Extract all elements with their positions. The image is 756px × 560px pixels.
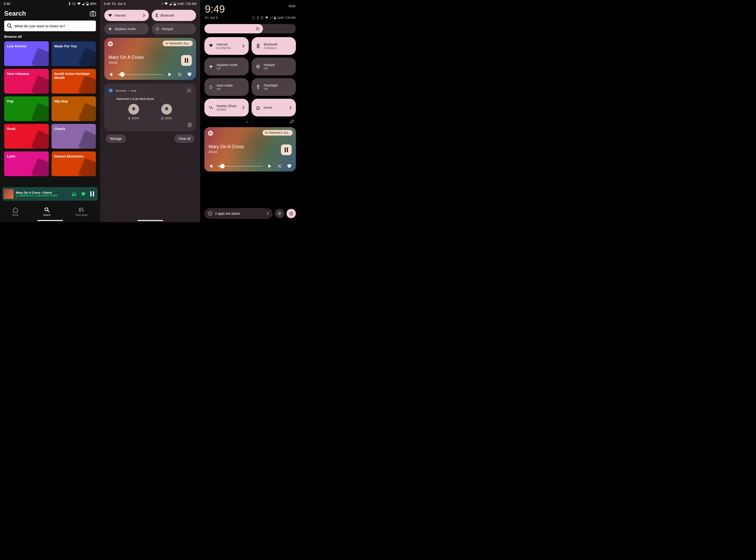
media-notification[interactable]: Namerah's JLa... Mary On A Cross Ghost [104,38,196,80]
previous-icon[interactable] [208,164,213,168]
search-icon [7,23,12,28]
camera-icon[interactable] [90,11,96,16]
category-tile[interactable]: South Asian Heritage Month [52,69,96,94]
earbuds-icon [265,132,268,134]
qs-tile-nearby-share[interactable]: Nearby ShareHidden [204,99,249,116]
svg-point-5 [92,13,94,15]
qs-tile-airplane-mode[interactable]: Airplane modeOff [204,58,249,75]
heart-icon[interactable] [80,191,86,197]
power-button[interactable] [286,209,296,218]
qs-tile-auto-rotate[interactable]: Auto-rotateOff [204,78,249,96]
search-input[interactable]: What do you want to listen to? [4,21,96,31]
previous-icon[interactable] [108,73,113,76]
manage-button[interactable]: Manage [106,134,126,143]
qs-tile-internet[interactable]: InternetILHAM-5G [204,37,249,55]
home-icon [12,207,18,213]
svg-rect-12 [174,4,176,5]
brightness-slider[interactable] [204,24,296,33]
settings-button[interactable] [275,209,284,218]
pause-button[interactable] [181,55,192,66]
next-icon[interactable] [168,73,172,76]
media-notification[interactable]: Namerah's JLa... Mary On A Cross Ghost [204,127,296,172]
clear-all-button[interactable]: Clear all [174,134,195,143]
status-icons: 48% [68,2,96,6]
vibrate-icon [72,2,76,5]
svg-point-14 [156,27,159,31]
snooze-icon[interactable] [187,122,192,127]
category-tile[interactable]: Rock [4,124,49,148]
category-tile[interactable]: Made For You [52,41,96,66]
progress-thumb[interactable] [120,72,125,77]
category-tile[interactable]: Charts [52,124,96,148]
shuffle-icon[interactable] [177,73,182,76]
svg-rect-0 [73,3,75,5]
media-artist: Ghost [108,61,117,64]
svg-point-34 [209,106,210,107]
info-icon [208,212,212,216]
output-device-chip[interactable]: Namerah's JLa... [163,41,193,46]
edit-icon[interactable] [290,119,294,123]
category-tile[interactable]: Latin [4,152,49,176]
home-indicator[interactable] [137,220,163,221]
bluetooth-icon [16,195,18,197]
active-apps-pill[interactable]: 2 apps are active [204,208,273,219]
progress-bar[interactable] [118,74,163,75]
qs-grid: InternetILHAM-5G Bluetooth2 devices Airp… [200,37,300,116]
progress-thumb[interactable] [220,164,225,168]
battery-icon [128,117,130,120]
output-device-chip[interactable]: Namerah's JLa... [262,130,293,136]
right-earbud: 100% [161,104,172,120]
heart-icon[interactable] [287,164,292,168]
left-earbud: 100% [128,104,139,120]
chevron-right-icon [266,212,269,215]
svg-rect-4 [90,12,96,16]
category-tile[interactable]: Dance/ Electronic [52,152,96,176]
qs-bluetooth[interactable]: Bluetooth [152,10,196,21]
next-icon[interactable] [268,164,272,168]
svg-rect-8 [93,191,94,197]
progress-bar[interactable] [218,166,263,166]
battery-icon [174,2,176,5]
bluetooth-icon [257,16,259,19]
battery-icon [274,16,276,19]
category-tile[interactable]: Hip-Hop [52,96,96,121]
pause-icon [284,147,289,152]
clock: 9:49 [205,3,225,15]
power-icon [289,212,293,216]
svg-rect-7 [90,191,92,197]
pause-button[interactable] [281,144,292,155]
wifi-icon [164,2,168,5]
status-bar: 9:48 48% [0,0,100,7]
category-tile[interactable]: New releases [4,69,49,94]
chevron-right-icon [143,14,145,17]
nav-library[interactable]: Your Library [75,207,88,216]
nav-home[interactable]: Home [12,207,19,216]
nav-search[interactable]: Search [43,207,51,216]
search-placeholder: What do you want to listen to? [15,24,65,28]
qs-tile-home[interactable]: Home [252,99,296,116]
devices-icon[interactable] [71,191,77,197]
collapse-button[interactable] [186,87,192,94]
svg-point-17 [166,43,168,44]
heart-icon[interactable] [187,72,192,77]
qs-tile-hotspot[interactable]: HotspotOff [252,58,296,75]
pause-icon[interactable] [90,191,95,197]
shuffle-icon[interactable] [277,164,282,168]
devices-notification[interactable]: Devices • now Namerah's JLab Work Buds 1… [104,83,196,131]
user-label[interactable]: Robi [289,4,295,15]
mini-player[interactable]: Mary On A Cross • Ghost NAMERAH'S JLAB W… [2,187,98,201]
notification-shade-panel: 9:48 Fri, Jun 9 • Until 7:30 AM Internet… [100,0,200,222]
category-tile[interactable]: Pop [4,96,49,121]
airplane-icon [108,27,112,31]
home-indicator[interactable] [37,220,63,221]
qs-hotspot[interactable]: Hotspot [152,23,196,35]
category-tile[interactable]: Live Events [4,41,49,66]
qs-tile-flashlight[interactable]: FlashlightOff [252,78,296,96]
qs-tile-bluetooth[interactable]: Bluetooth2 devices [252,37,296,55]
qs-airplane[interactable]: Airplane mode [104,23,149,35]
svg-rect-18 [185,58,186,63]
qs-internet[interactable]: Internet [104,10,149,21]
browse-all-label: Browse all [0,35,100,39]
svg-rect-24 [161,117,163,120]
quick-settings-panel: 9:49 Robi Fri, Jun 9 Until 7:30 AM Inter… [200,0,300,222]
